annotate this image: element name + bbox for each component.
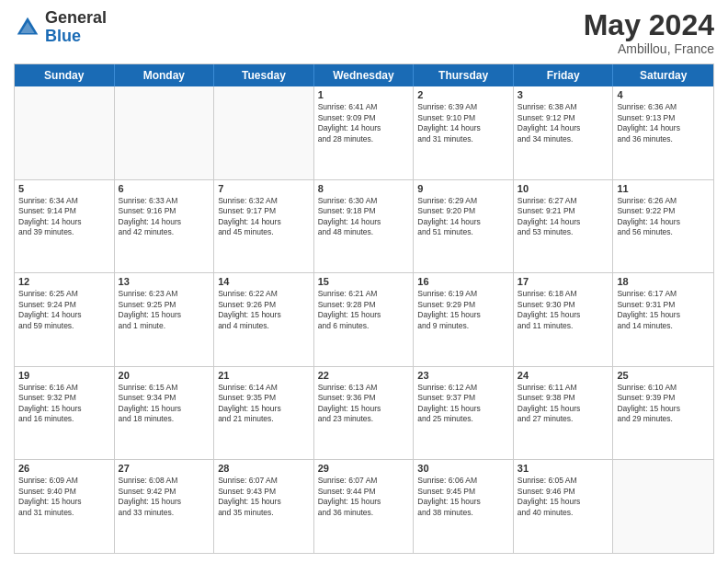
day-info: Sunrise: 6:19 AM Sunset: 9:29 PM Dayligh… — [417, 289, 509, 331]
day-number: 10 — [518, 183, 609, 194]
day-25: 25Sunrise: 6:10 AM Sunset: 9:39 PM Dayli… — [613, 367, 713, 460]
day-1: 1Sunrise: 6:41 AM Sunset: 9:09 PM Daylig… — [314, 86, 415, 179]
day-number: 31 — [518, 463, 609, 474]
day-info: Sunrise: 6:10 AM Sunset: 9:39 PM Dayligh… — [617, 383, 710, 425]
day-info: Sunrise: 6:32 AM Sunset: 9:17 PM Dayligh… — [218, 196, 310, 238]
logo-icon — [14, 14, 41, 41]
header-cell-tuesday: Tuesday — [214, 64, 314, 86]
day-number: 23 — [417, 370, 509, 381]
day-info: Sunrise: 6:07 AM Sunset: 9:43 PM Dayligh… — [218, 476, 310, 518]
day-info: Sunrise: 6:38 AM Sunset: 9:12 PM Dayligh… — [518, 102, 609, 144]
week-row-1: 1Sunrise: 6:41 AM Sunset: 9:09 PM Daylig… — [15, 86, 713, 180]
week-row-4: 19Sunrise: 6:16 AM Sunset: 9:32 PM Dayli… — [15, 367, 713, 461]
day-info: Sunrise: 6:18 AM Sunset: 9:30 PM Dayligh… — [518, 289, 609, 331]
day-30: 30Sunrise: 6:06 AM Sunset: 9:45 PM Dayli… — [414, 460, 514, 553]
day-info: Sunrise: 6:07 AM Sunset: 9:44 PM Dayligh… — [318, 476, 410, 518]
day-number: 18 — [617, 276, 710, 287]
day-info: Sunrise: 6:30 AM Sunset: 9:18 PM Dayligh… — [318, 196, 410, 238]
day-26: 26Sunrise: 6:09 AM Sunset: 9:40 PM Dayli… — [15, 460, 115, 553]
day-2: 2Sunrise: 6:39 AM Sunset: 9:10 PM Daylig… — [414, 86, 514, 179]
day-number: 28 — [218, 463, 310, 474]
header-cell-sunday: Sunday — [15, 64, 115, 86]
day-14: 14Sunrise: 6:22 AM Sunset: 9:26 PM Dayli… — [214, 273, 314, 366]
day-number: 14 — [218, 276, 310, 287]
day-info: Sunrise: 6:23 AM Sunset: 9:25 PM Dayligh… — [119, 289, 210, 331]
day-18: 18Sunrise: 6:17 AM Sunset: 9:31 PM Dayli… — [613, 273, 713, 366]
day-info: Sunrise: 6:09 AM Sunset: 9:40 PM Dayligh… — [18, 476, 110, 518]
header-cell-thursday: Thursday — [414, 64, 514, 86]
day-number: 25 — [617, 370, 710, 381]
day-3: 3Sunrise: 6:38 AM Sunset: 9:12 PM Daylig… — [514, 86, 614, 179]
day-19: 19Sunrise: 6:16 AM Sunset: 9:32 PM Dayli… — [15, 367, 115, 460]
day-number: 24 — [518, 370, 609, 381]
week-row-2: 5Sunrise: 6:34 AM Sunset: 9:14 PM Daylig… — [15, 180, 713, 274]
day-number: 19 — [18, 370, 110, 381]
day-number: 2 — [417, 89, 509, 100]
week-row-5: 26Sunrise: 6:09 AM Sunset: 9:40 PM Dayli… — [15, 460, 713, 553]
day-21: 21Sunrise: 6:14 AM Sunset: 9:35 PM Dayli… — [214, 367, 314, 460]
logo-general-text: General — [45, 8, 107, 27]
day-number: 3 — [518, 89, 609, 100]
day-number: 21 — [218, 370, 310, 381]
day-info: Sunrise: 6:05 AM Sunset: 9:46 PM Dayligh… — [518, 476, 609, 518]
day-info: Sunrise: 6:22 AM Sunset: 9:26 PM Dayligh… — [218, 289, 310, 331]
day-number: 20 — [119, 370, 210, 381]
day-15: 15Sunrise: 6:21 AM Sunset: 9:28 PM Dayli… — [314, 273, 415, 366]
day-17: 17Sunrise: 6:18 AM Sunset: 9:30 PM Dayli… — [514, 273, 614, 366]
day-23: 23Sunrise: 6:12 AM Sunset: 9:37 PM Dayli… — [414, 367, 514, 460]
day-info: Sunrise: 6:26 AM Sunset: 9:22 PM Dayligh… — [617, 196, 710, 238]
day-number: 6 — [119, 183, 210, 194]
day-5: 5Sunrise: 6:34 AM Sunset: 9:14 PM Daylig… — [15, 180, 115, 273]
day-number: 13 — [119, 276, 210, 287]
header: General Blue May 2024 Ambillou, France — [14, 9, 714, 56]
day-info: Sunrise: 6:15 AM Sunset: 9:34 PM Dayligh… — [119, 383, 210, 425]
day-number: 4 — [617, 89, 710, 100]
day-info: Sunrise: 6:27 AM Sunset: 9:21 PM Dayligh… — [518, 196, 609, 238]
day-number: 15 — [318, 276, 410, 287]
calendar-title: May 2024 — [584, 9, 714, 41]
header-cell-wednesday: Wednesday — [314, 64, 415, 86]
day-number: 9 — [417, 183, 509, 194]
day-info: Sunrise: 6:34 AM Sunset: 9:14 PM Dayligh… — [18, 196, 110, 238]
day-info: Sunrise: 6:39 AM Sunset: 9:10 PM Dayligh… — [417, 102, 509, 144]
day-6: 6Sunrise: 6:33 AM Sunset: 9:16 PM Daylig… — [115, 180, 215, 273]
calendar: SundayMondayTuesdayWednesdayThursdayFrid… — [14, 63, 714, 554]
header-cell-saturday: Saturday — [613, 64, 713, 86]
day-9: 9Sunrise: 6:29 AM Sunset: 9:20 PM Daylig… — [414, 180, 514, 273]
day-number: 5 — [18, 183, 110, 194]
day-11: 11Sunrise: 6:26 AM Sunset: 9:22 PM Dayli… — [613, 180, 713, 273]
day-20: 20Sunrise: 6:15 AM Sunset: 9:34 PM Dayli… — [115, 367, 215, 460]
day-27: 27Sunrise: 6:08 AM Sunset: 9:42 PM Dayli… — [115, 460, 215, 553]
day-number: 27 — [119, 463, 210, 474]
day-info: Sunrise: 6:08 AM Sunset: 9:42 PM Dayligh… — [119, 476, 210, 518]
day-info: Sunrise: 6:21 AM Sunset: 9:28 PM Dayligh… — [318, 289, 410, 331]
day-info: Sunrise: 6:16 AM Sunset: 9:32 PM Dayligh… — [18, 383, 110, 425]
day-info: Sunrise: 6:12 AM Sunset: 9:37 PM Dayligh… — [417, 383, 509, 425]
day-22: 22Sunrise: 6:13 AM Sunset: 9:36 PM Dayli… — [314, 367, 415, 460]
day-info: Sunrise: 6:29 AM Sunset: 9:20 PM Dayligh… — [417, 196, 509, 238]
day-7: 7Sunrise: 6:32 AM Sunset: 9:17 PM Daylig… — [214, 180, 314, 273]
day-info: Sunrise: 6:17 AM Sunset: 9:31 PM Dayligh… — [617, 289, 710, 331]
day-31: 31Sunrise: 6:05 AM Sunset: 9:46 PM Dayli… — [514, 460, 614, 553]
day-info: Sunrise: 6:13 AM Sunset: 9:36 PM Dayligh… — [318, 383, 410, 425]
day-empty — [115, 86, 215, 179]
page: General Blue May 2024 Ambillou, France S… — [0, 0, 728, 563]
day-13: 13Sunrise: 6:23 AM Sunset: 9:25 PM Dayli… — [115, 273, 215, 366]
day-info: Sunrise: 6:36 AM Sunset: 9:13 PM Dayligh… — [617, 102, 710, 144]
day-24: 24Sunrise: 6:11 AM Sunset: 9:38 PM Dayli… — [514, 367, 614, 460]
day-29: 29Sunrise: 6:07 AM Sunset: 9:44 PM Dayli… — [314, 460, 415, 553]
day-info: Sunrise: 6:06 AM Sunset: 9:45 PM Dayligh… — [417, 476, 509, 518]
day-number: 29 — [318, 463, 410, 474]
logo: General Blue — [14, 9, 107, 46]
day-number: 1 — [318, 89, 410, 100]
day-number: 12 — [18, 276, 110, 287]
day-number: 17 — [518, 276, 609, 287]
day-4: 4Sunrise: 6:36 AM Sunset: 9:13 PM Daylig… — [613, 86, 713, 179]
day-empty — [214, 86, 314, 179]
day-number: 26 — [18, 463, 110, 474]
title-block: May 2024 Ambillou, France — [584, 9, 714, 56]
day-12: 12Sunrise: 6:25 AM Sunset: 9:24 PM Dayli… — [15, 273, 115, 366]
day-16: 16Sunrise: 6:19 AM Sunset: 9:29 PM Dayli… — [414, 273, 514, 366]
calendar-body: 1Sunrise: 6:41 AM Sunset: 9:09 PM Daylig… — [15, 86, 713, 553]
day-10: 10Sunrise: 6:27 AM Sunset: 9:21 PM Dayli… — [514, 180, 614, 273]
